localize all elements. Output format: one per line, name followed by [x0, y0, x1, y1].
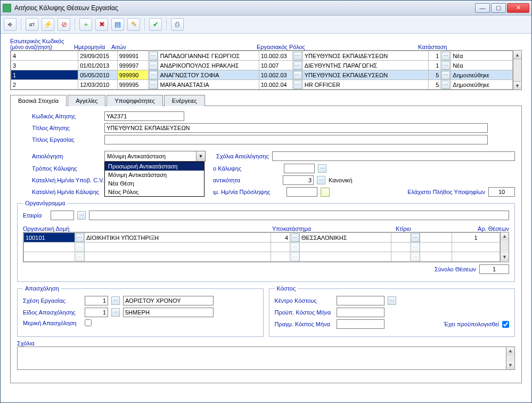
input-hire-date[interactable] [287, 187, 317, 197]
check-green-icon[interactable]: ✔ [149, 18, 162, 31]
lookup-employment-type-icon[interactable]: ⋯ [111, 308, 120, 317]
tab-ads[interactable]: Αγγελίες [68, 95, 105, 106]
combo-reason-option[interactable]: Προσωρινή Αντικατάσταση [105, 162, 204, 171]
grid-header-role: Εργασιακός Ρόλος [257, 44, 305, 50]
grid-scrollbar[interactable]: ▲▼ [513, 50, 522, 90]
input-budget-cost[interactable] [337, 308, 384, 317]
minimize-button[interactable]: — [475, 3, 490, 13]
label-org-structure: Οργανωτική Δομή [23, 225, 272, 232]
tab-actions[interactable]: Ενέργειες [164, 95, 205, 106]
lookup-company-icon[interactable]: ⋯ [77, 211, 86, 220]
input-company-code[interactable] [51, 211, 74, 220]
label-employment-type: Είδος Απασχόλησης [23, 309, 81, 316]
close-button[interactable]: ✕ [507, 3, 529, 13]
org-row-code[interactable]: 100101 [24, 233, 75, 243]
lookup-role-icon[interactable]: ⋯ [293, 61, 302, 70]
label-min-candidates: Ελάχιστο Πλήθος Υποψηφίων [407, 189, 485, 195]
lookup-status-icon[interactable]: ⋯ [441, 61, 450, 70]
org-grid-scrollbar[interactable]: ▲▼ [501, 232, 509, 262]
input-reason-comments[interactable] [272, 151, 515, 161]
label-cover-method: Τρόπος Κάλυψης [32, 165, 101, 172]
label-work-relation: Σχέση Εργασίας [23, 297, 81, 304]
lookup-cover-icon[interactable]: ⋯ [318, 164, 326, 173]
lookup-work-relation-icon[interactable]: ⋯ [111, 296, 120, 305]
lookup-role-icon[interactable]: ⋯ [293, 52, 302, 60]
combo-reason-option[interactable]: Νέος Ρόλος [105, 188, 204, 196]
table-row[interactable]: 301/01/2013999997⋯ΑΝΔΡΙΚΟΠΟΥΛΟΣ ΗΡΑΚΛΗΣ1… [11, 61, 513, 70]
help-ab-icon[interactable]: α? [26, 18, 38, 31]
lookup-status-icon[interactable]: ⋯ [441, 71, 450, 79]
window-title: Αιτήσεις Κάλυψης Θέσεων Εργασίας [14, 4, 475, 12]
lightning-icon[interactable]: ⚡ [42, 18, 54, 31]
checkbox-is-budgeted[interactable] [502, 321, 509, 328]
lookup-building-icon[interactable]: ⋯ [411, 243, 420, 252]
combo-reason-option[interactable]: Νέα Θέση [105, 179, 204, 188]
input-urgency-code[interactable] [283, 175, 314, 185]
lookup-cost-center-icon[interactable]: ⋯ [388, 296, 396, 305]
print-icon[interactable]: ⎙ [171, 18, 184, 31]
input-request-code[interactable] [104, 111, 184, 121]
label-cover-comments-part: ο Κάλυψης [213, 165, 241, 172]
org-structure-grid[interactable]: 100101 ⋯ ΔΙΟΙΚΗΤΙΚΗ ΥΠΟΣΤΗΡΙΞΗ 4 ⋯ ΘΕΣΣΑ… [23, 232, 501, 262]
legend-cost: Κόστος [275, 285, 298, 292]
lookup-requester-icon[interactable]: ⋯ [149, 71, 158, 79]
checkbox-partial-employment[interactable] [85, 319, 92, 326]
lookup-org-icon[interactable]: ⋯ [76, 253, 84, 261]
input-actual-cost[interactable] [337, 319, 384, 329]
table-row[interactable]: 105/05/2010999990⋯ΑΝΑΓΝΩΣΤΟΥ ΣΟΦΙΑ10.002… [11, 70, 513, 80]
chevron-down-icon[interactable]: ▼ [196, 151, 205, 161]
lookup-requester-icon[interactable]: ⋯ [149, 80, 158, 89]
lookup-status-icon[interactable]: ⋯ [441, 52, 450, 60]
filter-blue-icon[interactable]: ▤ [111, 18, 124, 31]
combo-reason[interactable]: Μόνιμη Αντικατάσταση ▼ Προσωρινή Αντικατ… [104, 151, 206, 162]
lookup-building-icon[interactable]: ⋯ [411, 233, 420, 242]
label-positions: Αρ. Θέσεων [460, 225, 509, 232]
input-employment-type-code[interactable] [85, 308, 108, 317]
tab-candidates[interactable]: Υποψηφιότητες [107, 95, 162, 106]
delete-red-icon[interactable]: ✖ [95, 18, 108, 31]
tab-basic[interactable]: Βασικά Στοιχεία [10, 95, 67, 106]
fieldset-orgchart: Οργανόγραμμα Εταιρία ⋯ Οργανωτική Δομή Υ… [17, 200, 515, 282]
comments-scrollbar[interactable]: ▲▼ [506, 346, 515, 370]
lookup-urgency-icon[interactable]: ⋯ [317, 176, 325, 184]
combo-reason-option[interactable]: Μόνιμη Αντικατάσταση [105, 171, 204, 179]
lookup-branch-icon[interactable]: ⋯ [291, 253, 299, 261]
pencil-icon[interactable]: ✎ [127, 18, 140, 31]
lookup-org-icon[interactable]: ⋯ [76, 233, 84, 242]
org-row-building-code[interactable] [391, 233, 411, 243]
input-request-title[interactable] [104, 123, 488, 133]
add-green-icon[interactable]: ＋ [79, 18, 92, 31]
input-cover-code[interactable] [284, 164, 315, 173]
lookup-role-icon[interactable]: ⋯ [293, 71, 302, 79]
door-exit-icon[interactable]: ⎆ [4, 18, 17, 31]
table-row[interactable]: 429/09/2015999991⋯ΠΑΠΑΔΟΓΙΑΝΝΗΣ ΓΕΩΡΓΙΟΣ… [11, 51, 513, 61]
lookup-requester-icon[interactable]: ⋯ [149, 61, 158, 70]
lookup-branch-icon[interactable]: ⋯ [291, 243, 299, 252]
org-row-positions[interactable]: 1 [452, 233, 500, 243]
combo-reason-dropdown[interactable]: Προσωρινή ΑντικατάστασηΜόνιμη Αντικατάστ… [104, 162, 204, 197]
lookup-org-icon[interactable]: ⋯ [76, 243, 84, 252]
calendar-icon[interactable] [321, 188, 330, 197]
titlebar[interactable]: Αιτήσεις Κάλυψης Θέσεων Εργασίας — ▢ ✕ [1, 1, 531, 15]
lookup-status-icon[interactable]: ⋯ [441, 80, 450, 89]
legend-orgchart: Οργανόγραμμα [23, 200, 67, 206]
input-work-relation-code[interactable] [85, 296, 108, 305]
table-row[interactable]: 212/03/2010999995⋯ΜΑΡΑ ΑΝΑΣΤΑΣΙΑ10.002.0… [11, 80, 513, 90]
lookup-requester-icon[interactable]: ⋯ [149, 52, 158, 60]
grid-header-code: Εσωτερικός Κωδικός [10, 38, 74, 44]
input-job-title[interactable] [104, 135, 488, 144]
org-row-branch-code[interactable]: 4 [271, 233, 290, 243]
input-cost-center-code[interactable] [337, 296, 384, 305]
cancel-circle-icon[interactable]: ⊘ [58, 18, 70, 31]
textarea-comments[interactable] [17, 346, 506, 370]
requests-grid[interactable]: 429/09/2015999991⋯ΠΑΠΑΔΟΓΙΑΝΝΗΣ ΓΕΩΡΓΙΟΣ… [10, 50, 513, 90]
maximize-button[interactable]: ▢ [491, 3, 506, 13]
lookup-role-icon[interactable]: ⋯ [293, 80, 302, 89]
label-budget-cost: Προϋπ. Κόστος Μήνα [275, 309, 333, 316]
label-reason: Αιτιολόγηση [32, 153, 101, 159]
label-is-budgeted: Έχει προϋπολογισθεί [444, 321, 499, 327]
lookup-branch-icon[interactable]: ⋯ [291, 233, 299, 242]
lookup-building-icon[interactable]: ⋯ [411, 253, 420, 261]
input-min-candidates[interactable] [488, 187, 515, 197]
input-company-name[interactable] [89, 211, 509, 220]
